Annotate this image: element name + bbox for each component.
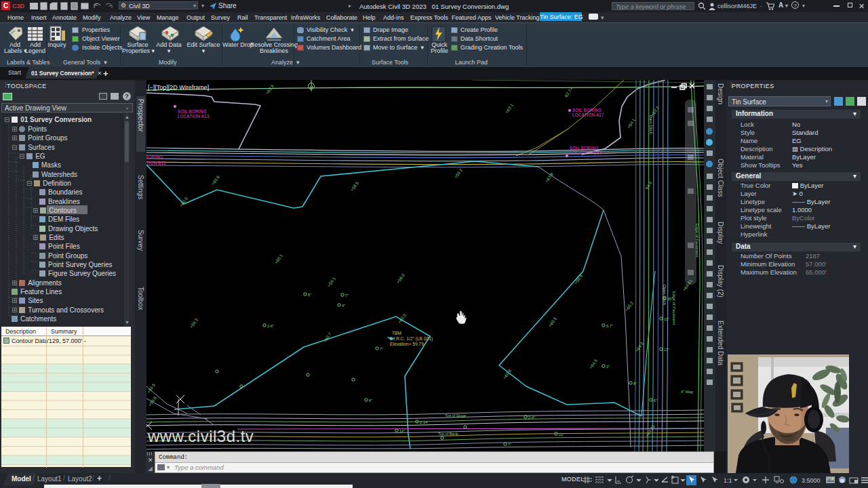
- svg-text:TBM: TBM: [392, 331, 402, 336]
- svg-text:SOIL BORING: SOIL BORING: [570, 146, 599, 150]
- svg-text:8": 8": [633, 382, 637, 386]
- svg-text:LOCATION A13: LOCATION A13: [178, 114, 210, 119]
- svg-text:+59.1: +59.1: [326, 276, 336, 288]
- svg-text:13": 13": [664, 348, 669, 352]
- svg-text:SOIL BORING: SOIL BORING: [572, 108, 601, 113]
- svg-text:7": 7": [508, 443, 511, 447]
- svg-text:+64.5: +64.5: [588, 358, 598, 370]
- svg-text:+60.2: +60.2: [624, 300, 634, 312]
- svg-text:5-7": 5-7": [606, 324, 613, 328]
- svg-text:F.I.R.C. 1/2" (LB 021): F.I.R.C. 1/2" (LB 021): [390, 336, 433, 342]
- svg-text:SOIL BORING: SOIL BORING: [146, 155, 163, 159]
- svg-text:SOIL BORING: SOIL BORING: [178, 109, 207, 114]
- svg-text:+63.1: +63.1: [504, 102, 514, 115]
- svg-text:Elevation= 59.79: Elevation= 59.79: [390, 342, 424, 346]
- svg-text:+60.0: +60.0: [178, 196, 189, 208]
- svg-text:6": 6": [654, 399, 657, 403]
- svg-text:2-14": 2-14": [420, 420, 429, 424]
- svg-text:[−][Top][2D Wireframe]: [−][Top][2D Wireframe]: [148, 84, 209, 91]
- svg-text:3": 3": [606, 365, 610, 369]
- svg-text:2-6": 2-6": [267, 324, 274, 328]
- svg-text:+58.0: +58.0: [395, 272, 406, 285]
- svg-text:+63.8: +63.8: [544, 171, 554, 184]
- svg-text:+58.5: +58.5: [349, 180, 359, 192]
- svg-text:A: A: [310, 84, 313, 89]
- svg-text:Toe of Slope: Toe of Slope: [445, 413, 466, 418]
- svg-text:+64.1: +64.1: [626, 117, 636, 129]
- svg-text:+59.5: +59.5: [146, 382, 156, 394]
- svg-text:4" Wag: 4" Wag: [681, 390, 693, 394]
- svg-text:Top of Bank: Top of Bank: [438, 432, 458, 436]
- svg-text:LOCATION B14: LOCATION B14: [570, 150, 601, 155]
- svg-text:+60.5: +60.5: [547, 316, 557, 328]
- svg-text:26": 26": [667, 297, 673, 301]
- svg-text:+63.9: +63.9: [264, 83, 275, 96]
- svg-text:+60.1: +60.1: [273, 253, 283, 265]
- svg-text:22": 22": [559, 432, 564, 436]
- svg-text:Barn Ditch: Barn Ditch: [649, 115, 653, 134]
- svg-text:+64.85: +64.85: [644, 424, 656, 438]
- svg-text:8": 8": [308, 293, 311, 297]
- svg-text:+60.7: +60.7: [322, 331, 332, 344]
- svg-text:+59.2: +59.2: [453, 167, 463, 180]
- svg-text:6": 6": [369, 399, 372, 403]
- svg-text:1:1: 1:1: [724, 477, 732, 484]
- svg-text:+60.6: +60.6: [210, 174, 220, 186]
- svg-text:+59.6: +59.6: [147, 395, 157, 407]
- svg-text:LOCATION A17: LOCATION A17: [572, 113, 604, 117]
- svg-text:3.5000: 3.5000: [802, 477, 821, 484]
- svg-text:64.4: 64.4: [644, 180, 653, 190]
- svg-text:+58.8: +58.8: [573, 273, 583, 285]
- svg-text:+59.3: +59.3: [189, 317, 199, 329]
- svg-text:Open Ditch: Open Ditch: [663, 285, 667, 305]
- svg-text:10": 10": [664, 317, 669, 321]
- svg-text:7": 7": [345, 293, 349, 298]
- svg-text:LOCATION B12: LOCATION B12: [146, 161, 166, 165]
- svg-text:7": 7": [380, 347, 383, 351]
- svg-text:4": 4": [342, 304, 345, 308]
